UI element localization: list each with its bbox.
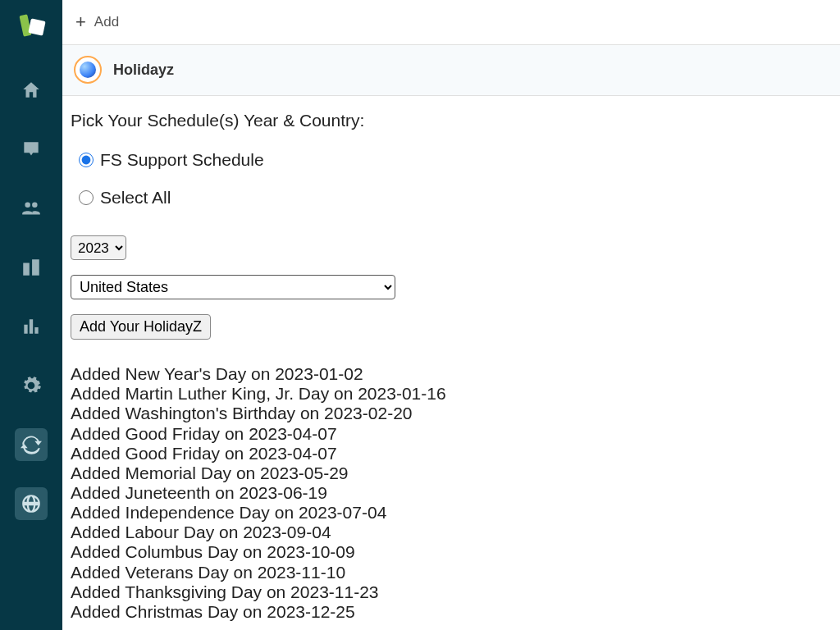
log-entry: Added Juneteenth on 2023-06-19: [71, 483, 832, 503]
refresh-icon[interactable]: [15, 428, 48, 461]
schedule-radio[interactable]: [79, 153, 94, 167]
buildings-icon[interactable]: [15, 251, 48, 284]
result-log: Added New Year's Day on 2023-01-02 Added…: [71, 364, 832, 622]
holidayz-app-icon: [74, 56, 102, 84]
app-title: Holidayz: [113, 62, 174, 79]
form-prompt: Pick Your Schedule(s) Year & Country:: [71, 111, 832, 130]
schedule-radio-label[interactable]: FS Support Schedule: [100, 150, 264, 170]
log-entry: Added Veterans Day on 2023-11-10: [71, 563, 832, 582]
app-header: Holidayz: [62, 45, 840, 96]
log-entry: Added Memorial Day on 2023-05-29: [71, 463, 832, 483]
topbar: + Add: [62, 0, 840, 45]
plus-icon[interactable]: +: [75, 13, 86, 31]
inbox-icon[interactable]: [15, 133, 48, 166]
country-select[interactable]: United States: [71, 275, 395, 299]
add-label[interactable]: Add: [94, 14, 119, 30]
globe-icon[interactable]: [15, 487, 48, 520]
log-entry: Added Good Friday on 2023-04-07: [71, 444, 832, 463]
log-entry: Added Columbus Day on 2023-10-09: [71, 542, 832, 562]
app-logo: [16, 11, 46, 41]
gear-icon[interactable]: [15, 369, 48, 402]
select-all-radio-label[interactable]: Select All: [100, 188, 171, 208]
add-holidayz-button[interactable]: Add Your HolidayZ: [71, 314, 211, 340]
log-entry: Added Labour Day on 2023-09-04: [71, 523, 832, 542]
log-entry: Added Martin Luther King, Jr. Day on 202…: [71, 384, 832, 404]
log-entry: Added Independence Day on 2023-07-04: [71, 503, 832, 523]
log-entry: Added New Year's Day on 2023-01-02: [71, 364, 832, 384]
home-icon[interactable]: [15, 74, 48, 107]
sidebar: [0, 0, 62, 630]
reports-icon[interactable]: [15, 310, 48, 343]
log-entry: Added Christmas Day on 2023-12-25: [71, 602, 832, 622]
log-entry: Added Thanksgiving Day on 2023-11-23: [71, 582, 832, 602]
select-all-radio[interactable]: [79, 190, 94, 205]
people-icon[interactable]: [15, 192, 48, 225]
log-entry: Added Washington's Birthday on 2023-02-2…: [71, 404, 832, 423]
log-entry: Added Good Friday on 2023-04-07: [71, 424, 832, 444]
year-select[interactable]: 2023: [71, 235, 126, 260]
